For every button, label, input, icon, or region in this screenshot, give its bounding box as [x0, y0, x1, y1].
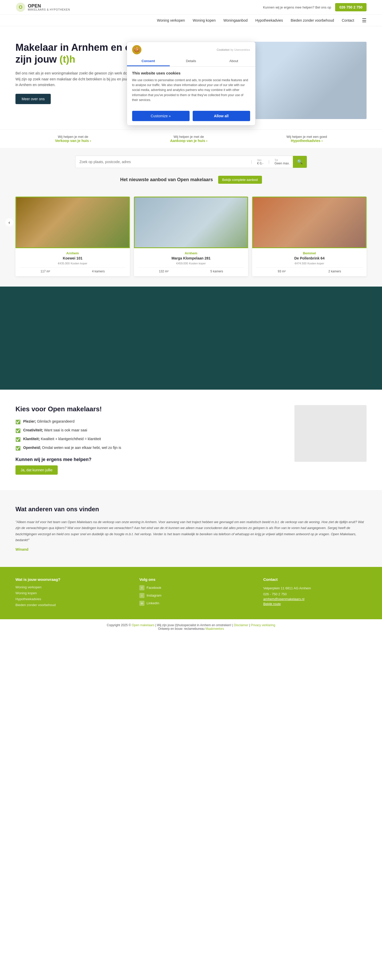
cookie-tabs: Consent Details About: [127, 56, 255, 67]
footer-privacy-link[interactable]: Privacy verklaring: [251, 624, 275, 627]
why-cta-button[interactable]: Ja, dat kunnen jullie: [16, 465, 58, 475]
more-about-btn[interactable]: Meer over ons: [16, 94, 51, 104]
copyright-text: Copyright 2025 ©: [107, 624, 131, 627]
property-city-1: Arnhem: [20, 251, 126, 255]
footer-link-kopen[interactable]: Woning kopen: [16, 591, 119, 595]
top-bar-right: Kunnen wij je ergens mee helpen? Bel ons…: [263, 3, 366, 11]
footer-email[interactable]: arnhem@openmakelaars.nl: [263, 597, 366, 601]
footer-col1-title: Wat is jouw woonvraag?: [16, 577, 119, 582]
footer-design-link[interactable]: Maakmeelors: [206, 627, 224, 630]
why-content: Kies voor Open makelaars! ✅ Plezier; Gli…: [16, 405, 279, 475]
property-price-1: €435.000 Kosten koper: [20, 261, 126, 265]
logo-main-text: OPEN: [28, 3, 70, 8]
search-input[interactable]: [76, 157, 249, 167]
property-card-1[interactable]: Arnhem Koewei 101 €435.000 Kosten koper …: [16, 197, 130, 276]
cookie-customize-button[interactable]: Customize »: [132, 111, 190, 121]
property-image-1: [16, 197, 130, 248]
cookie-tab-details[interactable]: Details: [170, 56, 212, 66]
nav-item-kopen[interactable]: Woning kopen: [193, 18, 216, 22]
why-item-1: ✅ Plezier; Glimlach gegarandeerd: [16, 419, 279, 425]
property-city-2: Arnhem: [138, 251, 244, 255]
search-price-from: Van € 0,-: [254, 159, 266, 165]
check-icon-4: ✅: [16, 446, 21, 451]
arrow-icon-3: ›: [322, 138, 323, 143]
search-divider-2: |: [266, 160, 271, 164]
logo[interactable]: O OPEN MAKELAARS & HYPOTHEKEN: [16, 2, 70, 13]
property-address-2: Marga Klompelaan 281: [138, 256, 244, 260]
footer-route[interactable]: Bekijk route: [263, 602, 366, 606]
cookie-allow-all-button[interactable]: Allow all: [193, 111, 250, 121]
why-item-text-3: Klantiteit; Kwaliteit + klantgerichtheid…: [23, 437, 101, 441]
service-hypotheek: Wij helpen je met een goed Hypotheekadvi…: [287, 135, 327, 143]
search-button[interactable]: 🔍: [293, 156, 307, 168]
property-meta-1: 117 m² 4 kamers: [20, 267, 126, 273]
testimonial-author: Winand: [16, 547, 366, 552]
view-all-button[interactable]: Bekijk complete aanbod: [218, 176, 262, 184]
property-grid: Arnhem Koewei 101 €435.000 Kosten koper …: [16, 197, 366, 276]
cookie-logo-bar: 🍪 Cookiebot by Usercentrics: [127, 42, 255, 56]
facebook-icon: f: [139, 585, 144, 590]
footer-disclaimer-link[interactable]: Disclaimer: [234, 624, 248, 627]
check-icon-3: ✅: [16, 437, 21, 442]
services-strip: Wij helpen je met de Verkoop van je huis…: [0, 129, 382, 148]
footer-address: Velperplein 11 6811 AG Arnhem: [263, 585, 366, 591]
service-verkoop: Wij helpen je met de Verkoop van je huis…: [55, 135, 91, 143]
property-size-2: 132 m²: [159, 270, 168, 273]
property-rooms-2: 5 kamers: [211, 270, 223, 273]
search-divider: |: [249, 160, 254, 164]
footer-link-bieden[interactable]: Bieden zonder voorbehoud: [16, 603, 119, 607]
service-aankoop-link[interactable]: Aankoop van je huis ›: [170, 138, 208, 143]
nav-item-verkopen[interactable]: Woning verkopen: [157, 18, 185, 22]
why-item-text-2: Creativiteit; Want saai is ook maar saai: [23, 428, 87, 432]
help-text: Kunnen wij je ergens mee helpen? Bel ons…: [263, 5, 331, 9]
service-verkoop-prefix: Wij helpen je met de: [58, 135, 88, 138]
testimonial-title: Wat anderen van ons vinden: [16, 506, 366, 513]
phone-button[interactable]: 026 750 2 750: [335, 3, 366, 11]
footer-instagram[interactable]: i Instagram: [139, 593, 243, 598]
why-item-4: ✅ Openheid; Omdat weten wat je aan elkaa…: [16, 445, 279, 451]
property-card-3[interactable]: Bemmel De Pollenbrink 64 €474.500 Kosten…: [252, 197, 366, 276]
property-price-3: €474.500 Kosten koper: [256, 261, 362, 265]
footer-col2-title: Volg ons: [139, 577, 243, 582]
footer-col-social: Volg ons f Facebook i Instagram in Linke…: [139, 577, 243, 609]
service-aankoop: Wij helpen je met de Aankoop van je huis…: [170, 135, 208, 143]
property-meta-2: 132 m² 5 kamers: [138, 267, 244, 273]
footer-col-contact: Contact Velperplein 11 6811 AG Arnhem 02…: [263, 577, 366, 609]
cookie-tab-consent[interactable]: Consent: [127, 56, 170, 66]
nav-item-contact[interactable]: Contact: [342, 18, 354, 22]
footer-facebook[interactable]: f Facebook: [139, 585, 243, 590]
property-body-2: Arnhem Marga Klompelaan 281 €459.000 Kos…: [134, 248, 248, 276]
footer-link-hypotheek[interactable]: Hypotheekadvies: [16, 597, 119, 601]
hero-image-placeholder: [238, 42, 366, 119]
service-verkoop-link[interactable]: Verkoop van je huis ›: [55, 138, 91, 143]
footer-col3-title: Contact: [263, 577, 366, 582]
why-cta-title: Kunnen wij je ergens mee helpen?: [16, 457, 279, 462]
footer-design-text: Ontwerp en bouw: reclamebureau: [158, 627, 204, 630]
footer-link-verkopen[interactable]: Woning verkopen: [16, 585, 119, 589]
property-body-3: Bemmel De Pollenbrink 64 €474.500 Kosten…: [252, 248, 366, 276]
property-size-1: 117 m²: [40, 270, 50, 273]
cookie-tab-about[interactable]: About: [212, 56, 255, 66]
footer-top: Wat is jouw woonvraag? Woning verkopen W…: [0, 567, 382, 619]
logo-sub-text: MAKELAARS & HYPOTHEKEN: [28, 8, 70, 11]
nav-item-aanbod[interactable]: Woningaanbod: [223, 18, 247, 22]
footer-openmakelaars-link[interactable]: Open makelaars: [132, 624, 154, 627]
arrow-icon: ›: [90, 138, 91, 143]
footer-linkedin[interactable]: in LinkedIn: [139, 601, 243, 606]
search-icon: 🔍: [297, 159, 303, 164]
dark-section: [0, 286, 382, 390]
hamburger-menu[interactable]: ☰: [362, 17, 366, 24]
logo-icon: O: [16, 2, 26, 13]
service-hypotheek-link[interactable]: Hypotheekadvies ›: [291, 138, 323, 143]
property-size-3: 93 m²: [278, 270, 286, 273]
svg-text:O: O: [19, 5, 22, 10]
prev-slide-button[interactable]: ‹: [5, 218, 13, 226]
why-item-2: ✅ Creativiteit; Want saai is ook maar sa…: [16, 428, 279, 433]
cookie-icon: 🍪: [132, 45, 141, 54]
nav-item-hypotheek[interactable]: Hypotheekadvies: [255, 18, 283, 22]
check-icon-2: ✅: [16, 428, 21, 433]
why-image: [295, 405, 366, 462]
nav-item-bieden[interactable]: Bieden zonder voorbehoud: [291, 18, 334, 22]
property-card-2[interactable]: Arnhem Marga Klompelaan 281 €459.000 Kos…: [134, 197, 248, 276]
footer-col-woonvraag: Wat is jouw woonvraag? Woning verkopen W…: [16, 577, 119, 609]
